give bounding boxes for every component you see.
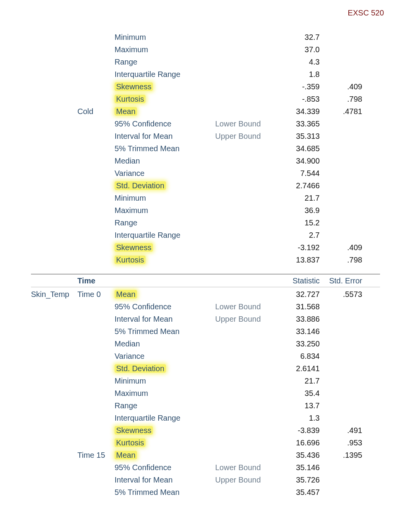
stat-label-cell: Maximum — [115, 389, 215, 398]
statistic-value-cell: 4.3 — [277, 58, 320, 66]
table-row: Interquartile Range2.7 — [31, 229, 380, 241]
table-row: ColdMean34.339.4781 — [31, 105, 380, 118]
highlighted-stat: Kurtosis — [115, 256, 146, 264]
stat-label-cell: Kurtosis — [115, 438, 215, 447]
stderror-value-cell: .953 — [320, 438, 362, 447]
table-row: Skewness-.359.409 — [31, 80, 380, 93]
statistic-value-cell: 33.886 — [277, 315, 320, 324]
table-row: Minimum21.7 — [31, 375, 380, 387]
table-row: Skewness-3.192.409 — [31, 241, 380, 254]
stat-label-cell: 95% Confidence — [115, 119, 215, 128]
statistic-value-cell: 33.250 — [277, 339, 320, 348]
statistic-value-cell: 32.7 — [277, 33, 320, 42]
stat-label-cell: Variance — [115, 352, 215, 361]
statistic-value-cell: 21.7 — [277, 194, 320, 203]
table-row: 5% Trimmed Mean34.685 — [31, 142, 380, 155]
header-statistic-label: Statistic — [277, 276, 320, 285]
highlighted-stat: Skewness — [115, 426, 153, 435]
table-row: Std. Deviation2.7466 — [31, 179, 380, 192]
bound-cell: Lower Bound — [215, 119, 277, 128]
stat-label-cell: 5% Trimmed Mean — [115, 144, 215, 153]
table-row: 95% ConfidenceLower Bound33.365 — [31, 118, 380, 130]
table-row: Std. Deviation2.6141 — [31, 362, 380, 375]
statistic-value-cell: 33.146 — [277, 327, 320, 336]
highlighted-stat: Mean — [115, 290, 137, 298]
stat-label-cell: Std. Deviation — [115, 181, 215, 190]
statistic-value-cell: 34.339 — [277, 107, 320, 116]
statistic-value-cell: 34.685 — [277, 144, 320, 153]
stderror-value-cell: .798 — [320, 95, 362, 104]
statistic-value-cell: 36.9 — [277, 206, 320, 215]
statistic-value-cell: -3.192 — [277, 243, 320, 252]
stat-label-cell: Interquartile Range — [115, 70, 215, 79]
statistic-value-cell: 1.8 — [277, 70, 320, 79]
stderror-value-cell: .4781 — [320, 107, 362, 116]
table-row: Interval for MeanUpper Bound35.726 — [31, 474, 380, 486]
header-time-label: Time — [77, 276, 115, 285]
highlighted-stat: Kurtosis — [115, 438, 146, 447]
stat-label-cell: Interquartile Range — [115, 231, 215, 240]
page-container: EXSC 520 Minimum32.7Maximum37.0Range4.3I… — [0, 0, 411, 522]
table-row: Range4.3 — [31, 56, 380, 68]
stat-label-cell: Kurtosis — [115, 256, 215, 264]
stat-label-cell: Interval for Mean — [115, 476, 215, 484]
table-row: Range13.7 — [31, 399, 380, 412]
stat-label-cell: Interval for Mean — [115, 315, 215, 324]
stat-label-cell: Std. Deviation — [115, 364, 215, 373]
bound-cell: Upper Bound — [215, 315, 277, 324]
stat-label-cell: Median — [115, 339, 215, 348]
statistic-value-cell: 33.365 — [277, 119, 320, 128]
stat-label-cell: Skewness — [115, 426, 215, 435]
table-row: Kurtosis-.853.798 — [31, 93, 380, 105]
stderror-value-cell: .1395 — [320, 451, 362, 460]
statistic-value-cell: 1.3 — [277, 414, 320, 423]
stat-label-cell: Interval for Mean — [115, 132, 215, 141]
statistic-value-cell: 35.726 — [277, 476, 320, 484]
stderror-value-cell: .5573 — [320, 290, 362, 299]
statistic-value-cell: 21.7 — [277, 377, 320, 385]
stat-label-cell: Maximum — [115, 45, 215, 54]
statistic-value-cell: 31.568 — [277, 302, 320, 311]
table-row: Median33.250 — [31, 338, 380, 350]
table-header-row: Time Statistic Std. Error — [31, 274, 380, 287]
highlighted-stat: Skewness — [115, 82, 153, 91]
statistic-value-cell: 35.146 — [277, 463, 320, 472]
statistic-value-cell: -3.839 — [277, 426, 320, 435]
stderror-value-cell: .798 — [320, 256, 362, 264]
table-row: Variance6.834 — [31, 350, 380, 362]
stat-label-cell: Mean — [115, 290, 215, 299]
stat-label-cell: Range — [115, 58, 215, 66]
stat-label-cell: Range — [115, 401, 215, 410]
table-row: Interval for MeanUpper Bound33.886 — [31, 313, 380, 325]
table-row: Kurtosis13.837.798 — [31, 254, 380, 266]
table-row: 5% Trimmed Mean35.457 — [31, 486, 380, 498]
header-stderror-label: Std. Error — [320, 276, 362, 285]
table-row: 95% ConfidenceLower Bound31.568 — [31, 300, 380, 313]
statistic-value-cell: 7.544 — [277, 169, 320, 178]
statistic-value-cell: 2.6141 — [277, 364, 320, 373]
stat-label-cell: Skewness — [115, 82, 215, 91]
stat-label-cell: 95% Confidence — [115, 302, 215, 311]
highlighted-stat: Kurtosis — [115, 95, 146, 103]
stat-label-cell: Mean — [115, 107, 215, 116]
stat-label-cell: 5% Trimmed Mean — [115, 327, 215, 336]
time-cell: Cold — [77, 107, 115, 116]
highlighted-stat: Mean — [115, 451, 137, 459]
highlighted-stat: Std. Deviation — [115, 364, 166, 373]
stat-label-cell: Variance — [115, 169, 215, 178]
variable-cell: Skin_Temp — [31, 290, 77, 299]
statistic-value-cell: 15.2 — [277, 218, 320, 227]
table-row: Maximum35.4 — [31, 387, 380, 399]
stat-label-cell: Median — [115, 157, 215, 165]
bound-cell: Upper Bound — [215, 476, 277, 484]
highlighted-stat: Mean — [115, 107, 137, 116]
table-row: 5% Trimmed Mean33.146 — [31, 325, 380, 338]
stat-label-cell: Minimum — [115, 377, 215, 385]
table-row: Maximum37.0 — [31, 43, 380, 56]
statistic-value-cell: 35.457 — [277, 488, 320, 497]
statistic-value-cell: 34.900 — [277, 157, 320, 165]
statistic-value-cell: 6.834 — [277, 352, 320, 361]
table-row: Minimum21.7 — [31, 192, 380, 204]
statistic-value-cell: 13.837 — [277, 256, 320, 264]
stats-table-section1: Minimum32.7Maximum37.0Range4.3Interquart… — [31, 31, 380, 266]
